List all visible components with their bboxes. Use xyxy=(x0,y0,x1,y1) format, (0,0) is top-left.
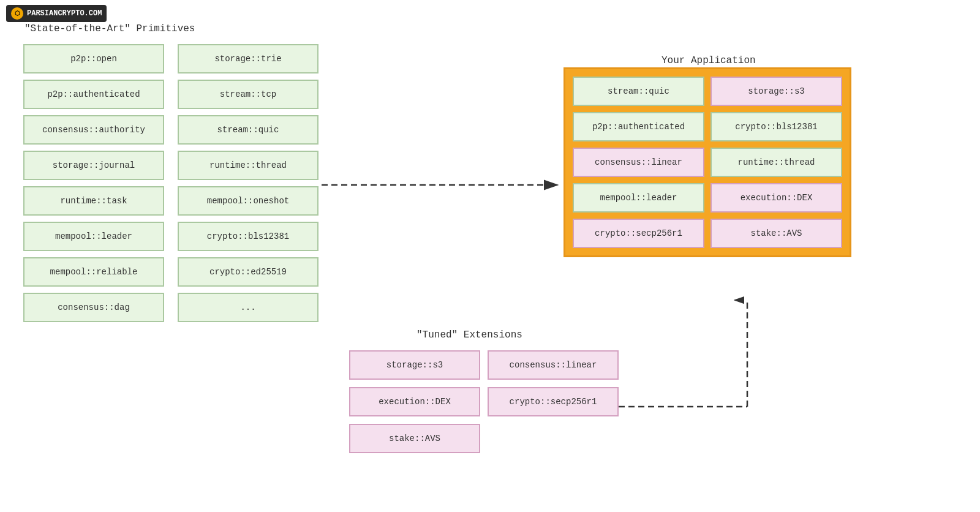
box-runtime-task: runtime::task xyxy=(23,186,164,216)
app-box-consensus-linear: consensus::linear xyxy=(573,148,704,177)
logo: ⬡ PARSIANCRYPTO.COM xyxy=(6,5,107,22)
app-box-mempool-leader: mempool::leader xyxy=(573,183,704,213)
box-p2p-authenticated: p2p::authenticated xyxy=(23,80,164,109)
app-box-execution-dex: execution::DEX xyxy=(710,183,842,213)
logo-icon: ⬡ xyxy=(11,7,23,20)
app-box-runtime-thread: runtime::thread xyxy=(710,148,842,177)
ext-storage-s3: storage::s3 xyxy=(349,350,480,380)
box-stream-tcp: stream::tcp xyxy=(178,80,318,109)
ext-execution-dex: execution::DEX xyxy=(349,387,480,416)
primitives-title: "State-of-the-Art" Primitives xyxy=(24,23,195,34)
box-consensus-authority: consensus::authority xyxy=(23,115,164,145)
box-p2p-open: p2p::open xyxy=(23,44,164,73)
app-box-stream-quic: stream::quic xyxy=(573,77,704,106)
ext-stake-avs: stake::AVS xyxy=(349,424,480,453)
box-consensus-dag: consensus::dag xyxy=(23,293,164,322)
box-mempool-leader: mempool::leader xyxy=(23,222,164,251)
extensions-title: "Tuned" Extensions xyxy=(417,329,522,341)
box-stream-quic: stream::quic xyxy=(178,115,318,145)
logo-text: PARSIANCRYPTO.COM xyxy=(27,9,102,18)
app-container: stream::quic storage::s3 p2p::authentica… xyxy=(564,67,851,257)
box-runtime-thread: runtime::thread xyxy=(178,151,318,180)
app-box-p2p-authenticated: p2p::authenticated xyxy=(573,112,704,141)
box-crypto-ed25519: crypto::ed25519 xyxy=(178,257,318,287)
box-mempool-oneshot: mempool::oneshot xyxy=(178,186,318,216)
ext-consensus-linear: consensus::linear xyxy=(488,350,619,380)
app-title: Your Application xyxy=(662,55,756,66)
box-storage-trie: storage::trie xyxy=(178,44,318,73)
ext-crypto-secp256r1: crypto::secp256r1 xyxy=(488,387,619,416)
app-box-stake-avs: stake::AVS xyxy=(710,219,842,248)
box-storage-journal: storage::journal xyxy=(23,151,164,180)
app-box-storage-s3: storage::s3 xyxy=(710,77,842,106)
app-box-crypto-bls12381: crypto::bls12381 xyxy=(710,112,842,141)
box-mempool-reliable: mempool::reliable xyxy=(23,257,164,287)
extensions-grid: storage::s3 consensus::linear execution:… xyxy=(349,350,619,453)
app-grid: stream::quic storage::s3 p2p::authentica… xyxy=(573,77,842,248)
app-box-crypto-secp256r1: crypto::secp256r1 xyxy=(573,219,704,248)
box-ellipsis: ... xyxy=(178,293,318,322)
box-crypto-bls12381: crypto::bls12381 xyxy=(178,222,318,251)
